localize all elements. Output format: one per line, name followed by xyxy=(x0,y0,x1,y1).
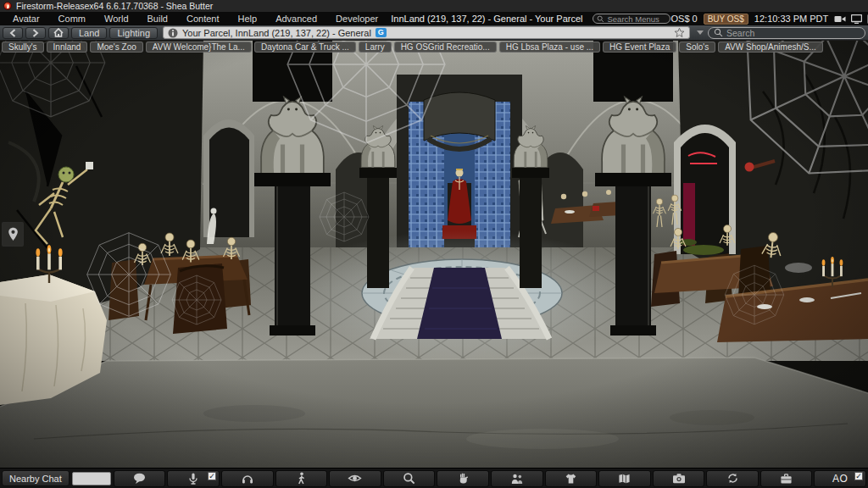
favorite-tab[interactable]: AVW Shop/Animesh/S... xyxy=(718,42,823,53)
people-icon xyxy=(510,473,524,485)
land-button-label: Land xyxy=(79,28,99,38)
scene-gothic-crypt xyxy=(0,41,868,468)
circular-arrows-icon xyxy=(726,472,739,485)
chevron-right-icon xyxy=(32,29,39,37)
search-icon xyxy=(597,15,604,23)
world-search-box[interactable] xyxy=(708,27,865,39)
currency-balance: OS$ 0 xyxy=(670,14,697,24)
chat-bubble-icon xyxy=(132,472,147,485)
title-bar: Firestorm-Releasex64 6.6.17.70368 - Shea… xyxy=(0,0,868,12)
voice-enable-checkbox[interactable]: ✓ xyxy=(208,472,216,480)
navigation-bar: Land Lighting Your Parcel, InnLand (219,… xyxy=(0,25,868,41)
world-map-button[interactable] xyxy=(598,470,651,487)
ao-enable-checkbox[interactable]: ✓ xyxy=(854,472,863,480)
gesture-hand-icon xyxy=(457,472,470,485)
eye-icon xyxy=(348,473,362,484)
monitor-icon[interactable] xyxy=(851,14,862,24)
map-pin-icon xyxy=(8,227,19,241)
favorites-dropdown-button[interactable] xyxy=(695,27,705,39)
people-button[interactable] xyxy=(491,470,543,487)
animation-overrider-button[interactable]: AO ✓ xyxy=(814,470,866,487)
nearby-chat-button[interactable]: Nearby Chat xyxy=(2,470,70,486)
lighting-button[interactable]: Lighting xyxy=(109,27,158,39)
map-icon xyxy=(618,473,631,485)
maturity-rating-badge: G xyxy=(376,28,387,37)
bottom-toolbar: Nearby Chat ✓ xyxy=(0,468,868,488)
chat-toggle-button[interactable] xyxy=(114,470,166,487)
sync-button[interactable] xyxy=(706,470,759,487)
shirt-icon xyxy=(565,473,577,485)
inventory-button[interactable] xyxy=(760,470,813,487)
gestures-button[interactable] xyxy=(437,470,489,487)
favorite-tab[interactable]: Skully's xyxy=(2,42,44,53)
clock: 12:10:33 PM PDT xyxy=(754,14,828,24)
menubar-status-cluster: OS$ 0 BUY OS$ 12:10:33 PM PDT 116.8 xyxy=(670,14,868,25)
snapshot-button[interactable] xyxy=(653,470,705,487)
chevron-left-icon xyxy=(9,29,16,37)
menu-developer[interactable]: Developer xyxy=(326,14,387,24)
location-pin-button[interactable] xyxy=(2,222,24,247)
menu-advanced[interactable]: Advanced xyxy=(266,14,326,24)
menu-avatar[interactable]: Avatar xyxy=(3,14,49,24)
window-title: Firestorm-Releasex64 6.6.17.70368 - Shea… xyxy=(16,0,213,12)
favorite-tab[interactable]: HG Event Plaza xyxy=(603,42,676,53)
vignette-overlay xyxy=(0,41,868,468)
favorites-bar: Skully's Innland Moe's Zoo AVW Welcome}T… xyxy=(2,42,868,53)
favorite-tab[interactable]: HG Lbsa Plaza - use ... xyxy=(499,42,600,53)
favorite-tab[interactable]: Moe's Zoo xyxy=(90,42,142,53)
buy-currency-button[interactable]: BUY OS$ xyxy=(704,14,748,25)
search-icon xyxy=(714,28,723,37)
forward-button[interactable] xyxy=(25,27,46,39)
back-button[interactable] xyxy=(3,27,23,39)
microphone-icon xyxy=(186,472,200,485)
voice-listen-button[interactable] xyxy=(221,470,274,487)
favorite-tab[interactable]: HG OSGrid Recreatio... xyxy=(394,42,497,53)
favorite-tab[interactable]: Solo's xyxy=(679,42,715,53)
briefcase-icon xyxy=(780,473,793,485)
toolbar-buttons: ✓ xyxy=(114,470,866,487)
nearby-chat-label: Nearby Chat xyxy=(9,474,62,484)
menu-search-input[interactable] xyxy=(607,14,666,24)
menu-help[interactable]: Help xyxy=(229,14,267,24)
favorite-star-icon[interactable] xyxy=(674,27,685,38)
location-address-text: Your Parcel, InnLand (219, 137, 22) - Ge… xyxy=(182,28,371,38)
home-icon xyxy=(53,28,64,37)
camera-icon xyxy=(672,473,686,484)
menu-search-box[interactable] xyxy=(593,14,670,24)
favorite-tab[interactable]: Daytona Car & Truck ... xyxy=(254,42,356,53)
menubar-location-label: InnLand (219, 137, 22) - General - Your … xyxy=(391,14,582,24)
firestorm-logo-icon xyxy=(3,2,12,10)
menu-comm[interactable]: Comm xyxy=(49,14,95,24)
menu-world[interactable]: World xyxy=(95,14,138,24)
video-camera-icon[interactable] xyxy=(834,14,846,24)
move-button[interactable] xyxy=(275,470,328,487)
chevron-down-icon xyxy=(697,30,704,35)
favorite-tab[interactable]: Larry xyxy=(359,42,392,53)
menu-bar: Avatar Comm World Build Content Help Adv… xyxy=(0,12,868,25)
walking-person-icon xyxy=(295,472,307,485)
search-button[interactable] xyxy=(383,470,436,487)
favorite-tab[interactable]: Innland xyxy=(47,42,88,53)
menu-build[interactable]: Build xyxy=(138,14,177,24)
world-viewport[interactable]: Skully's Innland Moe's Zoo AVW Welcome}T… xyxy=(0,41,868,468)
appearance-button[interactable] xyxy=(545,470,598,487)
lighting-button-label: Lighting xyxy=(117,28,150,38)
favorite-tab[interactable]: AVW Welcome}The La... xyxy=(146,42,252,53)
location-address-bar[interactable]: Your Parcel, InnLand (219, 137, 22) - Ge… xyxy=(163,26,690,39)
chat-input[interactable] xyxy=(72,472,111,485)
ao-button-label: AO xyxy=(832,473,848,485)
voice-speak-button[interactable]: ✓ xyxy=(167,470,220,487)
home-button[interactable] xyxy=(48,27,69,39)
land-button[interactable]: Land xyxy=(71,27,107,39)
search-icon xyxy=(403,472,415,485)
parcel-info-icon[interactable] xyxy=(168,28,178,38)
headphones-icon xyxy=(241,472,254,485)
camera-controls-button[interactable] xyxy=(329,470,381,487)
world-search-input[interactable] xyxy=(726,28,845,38)
menu-content[interactable]: Content xyxy=(177,14,229,24)
firestorm-window: Firestorm-Releasex64 6.6.17.70368 - Shea… xyxy=(0,0,868,488)
